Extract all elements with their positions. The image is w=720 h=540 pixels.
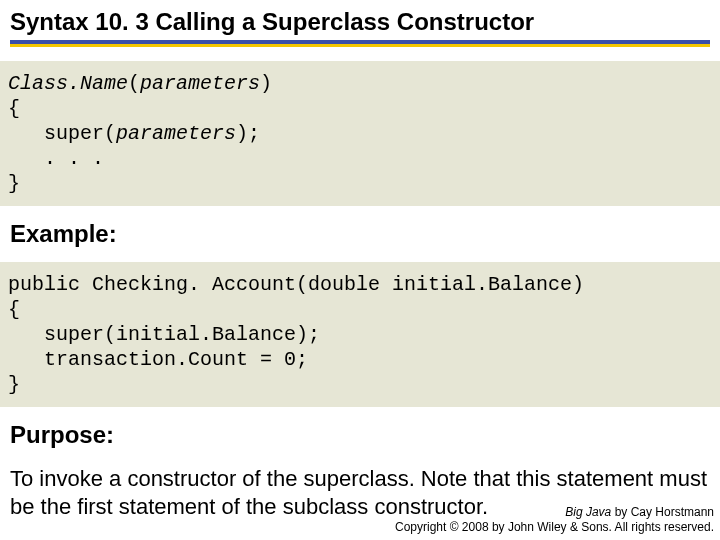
example-l5: }: [8, 373, 20, 396]
syntax-l2: {: [8, 97, 20, 120]
example-l3: super(initial.Balance);: [8, 323, 320, 346]
book-title: Big Java: [565, 505, 611, 519]
syntax-l1d: ): [260, 72, 272, 95]
syntax-params1: parameters: [140, 72, 260, 95]
syntax-l3a: super(: [8, 122, 116, 145]
footer-line1: Big Java by Cay Horstmann: [395, 505, 714, 519]
book-author: by Cay Horstmann: [611, 505, 714, 519]
syntax-l5: }: [8, 172, 20, 195]
example-label: Example:: [0, 206, 720, 254]
footer-line2: Copyright © 2008 by John Wiley & Sons. A…: [395, 520, 714, 534]
syntax-classname: Class.Name: [8, 72, 128, 95]
syntax-codeblock: Class.Name(parameters) { super(parameter…: [0, 61, 720, 206]
rule-yellow: [10, 44, 710, 47]
slide-title: Syntax 10. 3 Calling a Superclass Constr…: [10, 8, 710, 36]
example-l2: {: [8, 298, 20, 321]
slide: Syntax 10. 3 Calling a Superclass Constr…: [0, 0, 720, 540]
syntax-l4: . . .: [8, 147, 104, 170]
footer: Big Java by Cay Horstmann Copyright © 20…: [395, 505, 714, 534]
syntax-l3c: );: [236, 122, 260, 145]
example-l4: transaction.Count = 0;: [8, 348, 308, 371]
example-l1: public Checking. Account(double initial.…: [8, 273, 584, 296]
example-codeblock: public Checking. Account(double initial.…: [0, 262, 720, 407]
syntax-l1b: (: [128, 72, 140, 95]
title-area: Syntax 10. 3 Calling a Superclass Constr…: [0, 6, 720, 47]
syntax-params2: parameters: [116, 122, 236, 145]
title-divider: [10, 40, 710, 47]
purpose-label: Purpose:: [0, 407, 720, 455]
